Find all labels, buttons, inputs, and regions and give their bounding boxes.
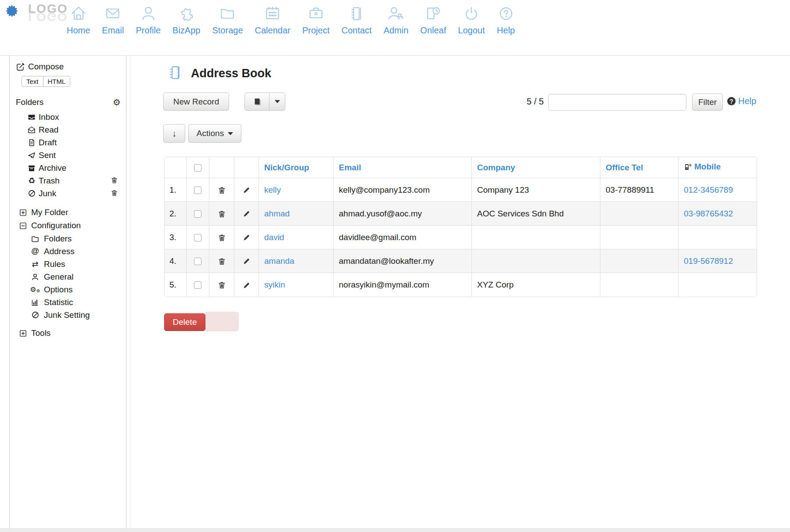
header-company[interactable]: Company — [472, 157, 600, 178]
trash-icon — [218, 257, 226, 266]
edit-row-icon[interactable] — [243, 234, 251, 241]
nick-cell: david — [259, 226, 334, 249]
empty-junk-icon[interactable] — [111, 189, 118, 199]
delete-row-icon[interactable] — [218, 257, 226, 266]
header-mobile[interactable]: Mobile — [679, 157, 757, 178]
compose-text-button[interactable]: Text — [22, 76, 43, 87]
address-book-dropdown-button[interactable] — [269, 93, 285, 111]
row-checkbox[interactable] — [194, 281, 201, 289]
move-down-button[interactable]: ↓ — [163, 124, 185, 143]
sidebar-item-config-rules[interactable]: ⇄ Rules — [16, 258, 122, 270]
row-checkbox[interactable] — [194, 258, 201, 265]
puzzle-icon — [177, 4, 196, 25]
pencil-icon — [243, 210, 251, 218]
address-book-view-button[interactable] — [244, 93, 269, 111]
sidebar-item-config-general[interactable]: General — [16, 270, 122, 283]
nick-link[interactable]: syikin — [264, 280, 285, 289]
sidebar-item-inbox[interactable]: Inbox — [16, 111, 122, 123]
sidebar-item-label: Sent — [39, 151, 56, 160]
nick-link[interactable]: amanda — [264, 256, 294, 266]
select-all-checkbox[interactable] — [194, 164, 201, 172]
nick-cell: syikin — [259, 273, 334, 297]
edit-row-icon[interactable] — [243, 281, 251, 289]
header-office-tel[interactable]: Office Tel — [600, 157, 679, 178]
sidebar-item-config-statistic[interactable]: Statistic — [16, 296, 122, 309]
delete-row-icon[interactable] — [218, 210, 226, 218]
nav-item-home[interactable]: Home — [67, 4, 90, 36]
page-clock-icon — [424, 4, 442, 25]
nav-label: Profile — [136, 25, 161, 36]
nav-label: Email — [102, 25, 124, 36]
header-email[interactable]: Email — [334, 157, 472, 178]
filter-input[interactable] — [548, 94, 686, 111]
row-checkbox[interactable] — [194, 234, 201, 241]
edit-row-icon[interactable] — [243, 186, 251, 194]
sidebar-item-label: Configuration — [31, 221, 81, 230]
nav-item-email[interactable]: Email — [102, 4, 124, 36]
sidebar-item-junk[interactable]: Junk — [16, 187, 122, 200]
header-blank — [165, 157, 187, 178]
compose-html-button[interactable]: HTML — [43, 76, 71, 87]
sidebar-item-config-junk-setting[interactable]: Junk Setting — [16, 309, 122, 321]
mobile-link[interactable]: 03-98765432 — [684, 209, 733, 218]
edit-row-icon[interactable] — [243, 257, 251, 265]
nav-item-admin[interactable]: Admin — [384, 4, 409, 36]
nav-label: Onleaf — [420, 25, 446, 36]
nav-item-bizapp[interactable]: BizApp — [172, 4, 200, 36]
nav-item-onleaf[interactable]: Onleaf — [420, 4, 446, 36]
mobile-link[interactable]: 012-3456789 — [684, 185, 733, 194]
empty-trash-icon[interactable] — [111, 176, 118, 186]
sidebar-item-configuration[interactable]: Configuration — [16, 219, 122, 232]
folders-settings-gear-icon[interactable]: ⚙ — [113, 98, 121, 107]
delete-row-icon[interactable] — [218, 186, 226, 194]
nav-item-help[interactable]: Help — [497, 4, 515, 36]
sidebar-item-tools[interactable]: Tools — [16, 327, 122, 340]
nav-item-logout[interactable]: Logout — [458, 4, 485, 36]
compose-button[interactable]: Compose — [16, 62, 122, 72]
header-nick-group[interactable]: Nick/Group — [259, 157, 334, 178]
help-link[interactable]: Help — [738, 96, 756, 106]
delete-row-icon[interactable] — [218, 234, 226, 242]
sidebar-item-config-options[interactable]: ⚙⚙ Options — [16, 283, 122, 296]
pencil-icon — [243, 186, 251, 194]
nick-link[interactable]: kelly — [264, 185, 281, 194]
horizontal-scrollbar[interactable] — [0, 528, 790, 532]
delete-row-icon[interactable] — [218, 281, 226, 289]
actions-dropdown-button[interactable]: Actions — [188, 124, 241, 143]
nick-link[interactable]: ahmad — [264, 209, 290, 218]
nav-item-project[interactable]: Project — [302, 4, 330, 36]
header-select-all-cell — [187, 157, 209, 178]
header-blank — [234, 157, 259, 178]
row-checkbox[interactable] — [194, 210, 201, 218]
address-book-icon — [167, 65, 183, 83]
table-header-row: Nick/Group Email Company Office Tel Mobi… — [165, 157, 757, 178]
nav-item-storage[interactable]: Storage — [212, 4, 243, 36]
company-cell: XYZ Corp — [472, 273, 600, 297]
row-checkbox[interactable] — [194, 187, 201, 194]
sidebar-item-sent[interactable]: Sent — [16, 149, 122, 162]
sidebar-item-config-address[interactable]: @ Address — [16, 245, 122, 258]
sidebar-item-read[interactable]: Read — [16, 123, 122, 136]
nav-item-calendar[interactable]: Calendar — [255, 4, 291, 36]
delete-button[interactable]: Delete — [164, 313, 205, 331]
mobile-link[interactable]: 019-5678912 — [684, 256, 733, 266]
nav-label: Calendar — [255, 25, 291, 36]
nick-link[interactable]: david — [264, 233, 284, 242]
nav-item-profile[interactable]: Profile — [136, 4, 161, 36]
new-record-button[interactable]: New Record — [163, 93, 229, 111]
block-icon — [27, 190, 36, 197]
document-icon — [27, 139, 36, 147]
sidebar-item-archive[interactable]: Archive — [16, 162, 122, 174]
sidebar-item-config-folders[interactable]: Folders — [16, 232, 122, 245]
filter-button[interactable]: Filter — [692, 93, 723, 111]
nick-cell: ahmad — [259, 202, 334, 226]
edit-row-icon[interactable] — [243, 210, 251, 218]
nav-label: Logout — [458, 25, 485, 36]
office-tel-cell — [600, 226, 679, 249]
trash-icon — [218, 186, 226, 194]
mobile-cell — [679, 273, 757, 297]
nav-item-contact[interactable]: Contact — [341, 4, 372, 36]
sidebar-item-draft[interactable]: Draft — [16, 136, 122, 149]
sidebar-item-my-folder[interactable]: My Folder — [16, 206, 122, 219]
sidebar-item-trash[interactable]: ♻ Trash — [16, 174, 122, 187]
